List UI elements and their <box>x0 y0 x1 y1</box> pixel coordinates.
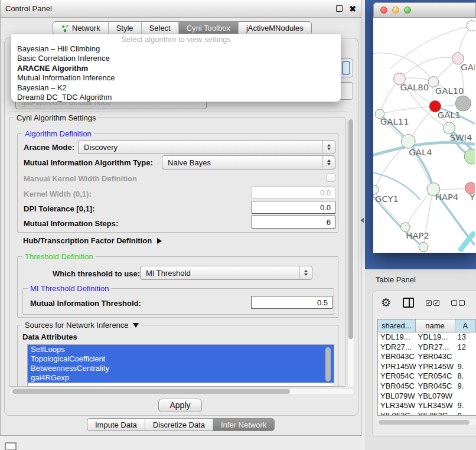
algorithm-option[interactable]: Dream8 DC_TDC Algorithm <box>11 93 341 102</box>
algorithm-option[interactable]: Bayesian – Hill Climbing <box>11 44 341 54</box>
data-attribute-item[interactable]: TopologicalCoefficient <box>28 354 334 364</box>
network-canvas[interactable]: GAL7GAL80GAL10GAL1GAL11SWI4GAL4GCY1HAP4Y… <box>373 18 475 252</box>
tab-impute-data[interactable]: Impute Data <box>87 419 145 431</box>
mi-type-combo[interactable]: Naive Bayes <box>162 155 335 169</box>
control-panel-title: Control Panel <box>5 4 52 13</box>
table-cell: 9. <box>455 401 476 411</box>
algorithm-definition-title: Algorithm Definition <box>22 129 94 138</box>
table-row[interactable]: YBR043CYBR043C <box>378 352 476 362</box>
tab-jactivemnodules[interactable]: jActiveMNodules <box>239 22 311 34</box>
list-scrollbar-thumb[interactable] <box>325 347 331 381</box>
tab-network[interactable]: Network <box>53 22 109 34</box>
network-edge[interactable] <box>405 189 433 227</box>
table-row[interactable]: YBR045CYBR045C9. <box>378 381 476 392</box>
select-all-columns-icon[interactable]: ✓✓ <box>426 300 439 306</box>
mi-threshold-group: MI Threshold Definition Mutual Informati… <box>22 288 334 315</box>
network-icon <box>61 24 69 32</box>
aracne-mode-combo[interactable]: Discovery <box>78 140 335 154</box>
apply-button[interactable]: Apply <box>158 399 202 412</box>
dpi-tolerance-field[interactable]: 0.0 <box>252 201 335 214</box>
close-window-icon[interactable] <box>380 6 387 14</box>
mi-type-label: Mutual Information Algorithm Type: <box>24 158 153 167</box>
network-node[interactable] <box>464 149 475 164</box>
manual-kernel-checkbox[interactable] <box>327 173 335 182</box>
node-label: SWI4 <box>449 132 472 142</box>
minimize-window-icon[interactable] <box>392 6 399 14</box>
combo-focus-button[interactable] <box>342 61 350 75</box>
table-hscroll-thumb[interactable] <box>379 420 470 425</box>
settings-vertical-scrollbar[interactable] <box>347 118 354 388</box>
data-attribute-item[interactable]: gal4RGexp <box>28 373 334 383</box>
threshold-definition-group: Threshold Definition Which threshold to … <box>17 256 338 318</box>
zoom-window-icon[interactable] <box>404 6 411 14</box>
mi-threshold-field[interactable]: 0.5 <box>251 296 332 309</box>
network-window-titlebar[interactable] <box>373 2 476 18</box>
network-node[interactable] <box>401 135 415 149</box>
mi-steps-field[interactable]: 6 <box>252 216 335 229</box>
table-cell: YIL053C <box>378 411 416 416</box>
table-cell: YER054C <box>378 371 416 381</box>
data-attribute-item[interactable]: SelfLoops <box>28 345 334 354</box>
table-row[interactable]: YDR27...YDR27...12 <box>378 343 476 353</box>
minimized-panel-icon[interactable] <box>5 442 17 450</box>
tab-style[interactable]: Style <box>109 22 142 34</box>
data-attributes-list[interactable]: SelfLoopsTopologicalCoefficientBetweenne… <box>27 344 334 387</box>
tab-label: jActiveMNodules <box>246 24 304 32</box>
network-node[interactable] <box>373 185 379 195</box>
tab-cyni-toolbox[interactable]: Cyni Toolbox <box>179 22 239 34</box>
node-label: GAL10 <box>435 86 464 96</box>
tab-infer-network[interactable]: Infer Network <box>213 419 274 431</box>
splitter-collapse-icon[interactable] <box>360 218 364 223</box>
settings-horizontal-scrollbar[interactable] <box>9 388 354 395</box>
gear-icon[interactable]: ⚙ <box>381 297 391 308</box>
table-row[interactable]: YLR345WYLR345W9. <box>378 401 476 411</box>
sources-title-wrap[interactable]: Sources for Network Inference <box>22 321 141 330</box>
column-header[interactable]: A <box>455 319 476 332</box>
table-horizontal-scrollbar[interactable] <box>377 419 476 425</box>
table-row[interactable]: YDL19...YDL19...13 <box>378 332 476 343</box>
mi-steps-label: Mutual Information Steps: <box>24 219 118 228</box>
table-cell: YBL079W <box>416 392 455 402</box>
column-header[interactable]: shared... <box>378 319 416 332</box>
table-cell: YBR043C <box>378 352 416 362</box>
algorithm-option[interactable]: ARACNE Algorithm <box>11 64 341 73</box>
network-node[interactable] <box>467 21 475 31</box>
table-row[interactable]: YIL053CYIL053C9. <box>378 411 476 416</box>
aracne-mode-value: Discovery <box>84 143 322 152</box>
which-threshold-combo[interactable]: MI Threshold <box>140 266 312 280</box>
threshold-definition-title: Threshold Definition <box>22 252 96 261</box>
hub-definition-toggle[interactable]: Hub/Transcription Factor Definition <box>23 236 162 245</box>
mi-type-value: Naive Bayes <box>168 158 322 167</box>
kernel-width-field[interactable]: 0.0 <box>252 186 335 199</box>
algorithm-option[interactable]: Basic Correlation Inference <box>11 54 341 63</box>
cyni-settings-group: Cyni Algorithm Settings Algorithm Defini… <box>9 118 345 387</box>
split-view-icon[interactable] <box>403 298 414 308</box>
network-node[interactable] <box>455 96 471 111</box>
table-row[interactable]: YPR145WYPR145W9. <box>378 362 476 372</box>
settings-vscroll-thumb[interactable] <box>348 119 353 339</box>
table-rows: YDL19...YDL19...13YDR27...YDR27...12YBR0… <box>378 332 476 416</box>
deselect-all-columns-icon[interactable] <box>451 300 465 306</box>
data-attribute-item[interactable]: BetweennessCentrality <box>28 364 334 373</box>
sources-group: Sources for Network Inference Data Attri… <box>17 325 338 387</box>
settings-hscroll-thumb[interactable] <box>12 389 290 394</box>
table-cell: YDL19... <box>416 332 455 343</box>
algorithm-option[interactable]: Mutual Information Inference <box>11 73 341 83</box>
table-cell: YBL079W <box>378 392 416 402</box>
network-node[interactable] <box>419 242 428 252</box>
table-cell: YER054C <box>416 371 455 381</box>
algorithm-option[interactable]: Bayesian – K2 <box>11 83 341 93</box>
node-table[interactable]: shared...nameA YDL19...YDL19...13YDR27..… <box>377 319 476 416</box>
tab-discretize-data[interactable]: Discretize Data <box>145 419 213 431</box>
expanded-arrow-icon <box>133 323 139 328</box>
tab-select[interactable]: Select <box>142 22 179 34</box>
table-row[interactable]: YER054CYER054C8. <box>378 371 476 381</box>
node-label: GAL4 <box>409 147 432 157</box>
column-header[interactable]: name <box>416 319 455 332</box>
table-row[interactable]: YBL079WYBL079W <box>378 392 476 402</box>
table-cell <box>455 392 476 402</box>
network-view-window: GAL7GAL80GAL10GAL1GAL11SWI4GAL4GCY1HAP4Y… <box>373 2 476 253</box>
float-panel-icon[interactable] <box>336 5 343 12</box>
close-panel-icon[interactable]: ✖ <box>349 5 356 13</box>
which-threshold-value: MI Threshold <box>146 269 299 278</box>
